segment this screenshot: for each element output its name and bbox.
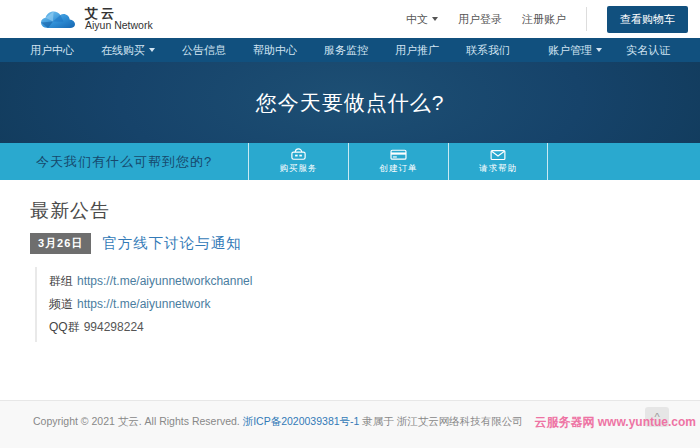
hero-banner: 您今天要做点什么?	[0, 62, 700, 143]
announcement-body: 群组https://t.me/aiyunnetworkchannel 频道htt…	[35, 267, 670, 342]
nav-item-help-center[interactable]: 帮助中心	[253, 43, 297, 58]
brand-title: 艾云	[85, 7, 153, 21]
brand-text: 艾云 Aiyun Network	[85, 7, 153, 32]
login-link[interactable]: 用户登录	[458, 12, 502, 27]
nav-item-affiliates[interactable]: 用户推广	[395, 43, 439, 58]
cloud-logo-icon	[40, 8, 78, 31]
qq-group-line: QQ群994298224	[49, 316, 670, 339]
header-divider	[586, 7, 587, 31]
announcements-heading: 最新公告	[30, 198, 670, 224]
help-bar: 今天我们有什么可帮到您的? 购买服务 创建订单	[0, 143, 700, 180]
copyright-suffix: 隶属于 浙江艾云网络科技有限公司	[359, 415, 522, 427]
date-badge: 3月26日	[30, 233, 91, 254]
brand-subtitle: Aiyun Network	[85, 20, 153, 31]
site-logo[interactable]: 艾云 Aiyun Network	[40, 7, 153, 32]
nav-item-user-center[interactable]: 用户中心	[30, 43, 74, 58]
request-help-button[interactable]: 请求帮助	[448, 143, 548, 180]
help-item-label: 请求帮助	[479, 163, 517, 175]
watermark-link[interactable]: 云服务器网 www.yuntue.com	[534, 414, 696, 431]
main-navbar: 用户中心 在线购买 公告信息 帮助中心 服务监控 用户推广 联系我们 账户管理 …	[0, 38, 700, 62]
navbar-left: 用户中心 在线购买 公告信息 帮助中心 服务监控 用户推广 联系我们	[30, 43, 510, 58]
nav-item-contact-us[interactable]: 联系我们	[466, 43, 510, 58]
chevron-down-icon	[432, 17, 438, 21]
credit-card-icon	[390, 148, 407, 161]
navbar-right: 账户管理 实名认证	[548, 43, 670, 58]
chevron-down-icon	[596, 48, 602, 52]
telegram-group-link[interactable]: https://t.me/aiyunnetworkchannel	[77, 274, 252, 288]
icp-license-link[interactable]: 浙ICP备2020039381号-1	[243, 415, 360, 427]
envelope-icon	[490, 149, 506, 161]
help-bar-label: 今天我们有什么可帮到您的?	[0, 143, 248, 180]
telegram-group-line: 群组https://t.me/aiyunnetworkchannel	[49, 270, 670, 293]
telegram-channel-line: 频道https://t.me/aiyunnetwork	[49, 293, 670, 316]
nav-item-realname-auth[interactable]: 实名认证	[626, 43, 670, 58]
detail-label: 频道	[49, 297, 73, 311]
announcement-title-link[interactable]: 官方线下讨论与通知	[102, 234, 242, 253]
announcement-item: 3月26日 官方线下讨论与通知	[30, 233, 670, 254]
nav-item-announcements[interactable]: 公告信息	[182, 43, 226, 58]
view-cart-button[interactable]: 查看购物车	[607, 6, 688, 33]
telegram-channel-link[interactable]: https://t.me/aiyunnetwork	[77, 297, 210, 311]
language-selector[interactable]: 中文	[406, 12, 438, 27]
nav-item-service-status[interactable]: 服务监控	[324, 43, 368, 58]
help-item-label: 购买服务	[280, 163, 318, 175]
hero-title: 您今天要做点什么?	[256, 89, 445, 117]
create-order-button[interactable]: 创建订单	[348, 143, 448, 180]
shopping-cart-icon	[290, 148, 307, 161]
qq-group-number: 994298224	[84, 320, 144, 334]
top-header-links: 中文 用户登录 注册账户 查看购物车	[406, 6, 688, 33]
main-content: 最新公告 3月26日 官方线下讨论与通知 群组https://t.me/aiyu…	[0, 180, 700, 400]
chevron-down-icon	[149, 48, 155, 52]
buy-services-button[interactable]: 购买服务	[248, 143, 348, 180]
page: 艾云 Aiyun Network 中文 用户登录 注册账户 查看购物车 用户中心…	[0, 0, 700, 448]
help-item-label: 创建订单	[380, 163, 418, 175]
copyright-prefix: Copyright © 2021 艾云. All Rights Reserved…	[33, 415, 243, 427]
footer: Copyright © 2021 艾云. All Rights Reserved…	[0, 400, 700, 448]
register-link[interactable]: 注册账户	[522, 12, 566, 27]
detail-label: QQ群	[49, 320, 80, 334]
nav-item-online-purchase[interactable]: 在线购买	[101, 43, 155, 58]
detail-label: 群组	[49, 274, 73, 288]
nav-item-account-manage[interactable]: 账户管理	[548, 43, 602, 58]
top-header: 艾云 Aiyun Network 中文 用户登录 注册账户 查看购物车	[0, 0, 700, 38]
